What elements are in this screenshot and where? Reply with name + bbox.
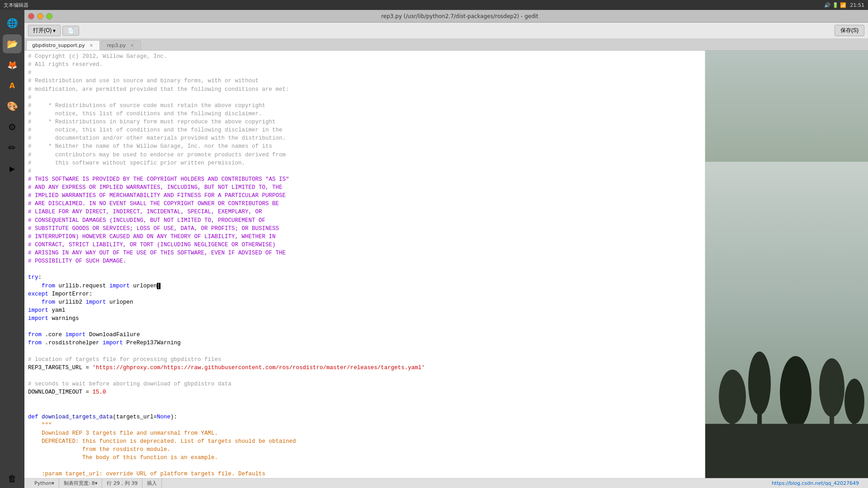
sidebar-icon-trash[interactable]: 🗑 bbox=[3, 469, 22, 488]
tab-dropdown-icon: ▾ bbox=[95, 480, 98, 486]
statusbar: Python ▾ 制表符宽度: 8 ▾ 行 29，列 39 插入 https:/… bbox=[24, 478, 868, 488]
tab-width-status[interactable]: 制表符宽度: 8 ▾ bbox=[59, 479, 103, 488]
blog-link[interactable]: https://blog.csdn.net/qq_42027649 bbox=[768, 480, 863, 486]
svg-rect-11 bbox=[705, 424, 868, 478]
tab-gbpdistro[interactable]: gbpdistro_support.py ✕ bbox=[26, 40, 100, 50]
sidebar-icon-editor[interactable]: ✏ bbox=[3, 138, 22, 157]
close-button[interactable] bbox=[28, 13, 34, 19]
sidebar-icon-settings[interactable]: ⚙ bbox=[3, 117, 22, 136]
language-dropdown-icon: ▾ bbox=[52, 480, 54, 486]
save-label: 保存(S) bbox=[840, 27, 859, 33]
tab-rep3[interactable]: rep3.py ✕ bbox=[101, 40, 141, 50]
sysbar-time: 21:51 bbox=[850, 2, 864, 8]
save-button[interactable]: 保存(S) bbox=[835, 25, 864, 36]
sidebar-icon-terminal[interactable]: ▶ bbox=[3, 159, 22, 178]
minimize-button[interactable] bbox=[37, 13, 43, 19]
background-panel bbox=[705, 51, 868, 478]
tab-gbpdistro-label: gbpdistro_support.py bbox=[32, 42, 85, 48]
sysbar-icons: 🔊 🔋 📶 bbox=[824, 2, 846, 8]
sysbar-app-label: 文本编辑器 bbox=[4, 2, 28, 9]
landscape-svg bbox=[705, 51, 868, 478]
svg-rect-4 bbox=[757, 383, 762, 428]
toolbar: 打开(O) ▾ 📄 保存(S) bbox=[24, 23, 868, 39]
sidebar-icon-paint[interactable]: 🎨 bbox=[3, 97, 22, 116]
tab-gbpdistro-close[interactable]: ✕ bbox=[89, 43, 94, 48]
editor-container: # Copyright (c) 2012, Willow Garage, Inc… bbox=[24, 51, 868, 478]
code-editor[interactable]: # Copyright (c) 2012, Willow Garage, Inc… bbox=[24, 51, 705, 478]
open-button[interactable]: 打开(O) ▾ bbox=[28, 25, 61, 36]
new-icon: 📄 bbox=[67, 28, 74, 34]
window-title: rep3.py (/usr/lib/python2.7/dist-package… bbox=[55, 13, 864, 19]
sidebar: 🌐 📂 🦊 A 🎨 ⚙ ✏ ▶ 🗑 bbox=[0, 10, 24, 488]
maximize-button[interactable] bbox=[46, 13, 52, 19]
open-label: 打开(O) bbox=[33, 27, 52, 34]
mode-label: 插入 bbox=[147, 480, 157, 487]
titlebar: rep3.py (/usr/lib/python2.7/dist-package… bbox=[24, 10, 868, 23]
tab-width-label: 制表符宽度: 8 bbox=[64, 480, 95, 487]
sidebar-icon-files[interactable]: 📂 bbox=[3, 34, 22, 53]
sidebar-icon-browser[interactable]: 🦊 bbox=[3, 55, 22, 74]
system-bar: 文本编辑器 🔊 🔋 📶 21:51 bbox=[0, 0, 868, 10]
tabs-bar: gbpdistro_support.py ✕ rep3.py ✕ bbox=[24, 39, 868, 51]
dropdown-arrow-icon: ▾ bbox=[53, 28, 56, 34]
mode-status: 插入 bbox=[142, 479, 162, 488]
svg-rect-8 bbox=[830, 388, 834, 424]
tab-rep3-close[interactable]: ✕ bbox=[129, 43, 135, 48]
sidebar-icon-text[interactable]: A bbox=[3, 76, 22, 95]
main-area: rep3.py (/usr/lib/python2.7/dist-package… bbox=[24, 10, 868, 488]
language-label: Python bbox=[34, 480, 52, 486]
tab-rep3-label: rep3.py bbox=[107, 42, 126, 48]
position-status: 行 29，列 39 bbox=[102, 479, 142, 488]
position-label: 行 29，列 39 bbox=[107, 480, 137, 487]
new-button[interactable]: 📄 bbox=[62, 26, 79, 36]
language-status[interactable]: Python ▾ bbox=[30, 479, 59, 488]
sidebar-icon-network[interactable]: 🌐 bbox=[3, 14, 22, 33]
